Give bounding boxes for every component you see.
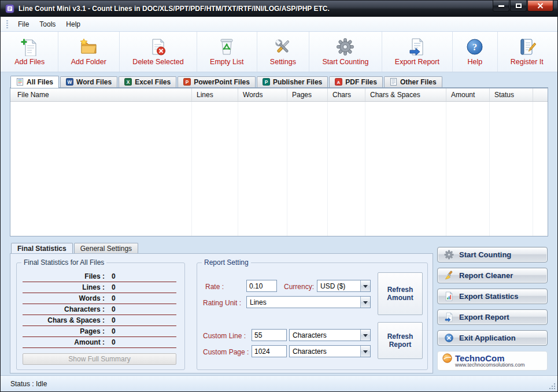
help-icon: ?: [465, 38, 484, 56]
custom-line-input[interactable]: [252, 329, 287, 341]
window-title: Line Count Mini v3.1 - Count Lines in DO…: [19, 5, 330, 13]
empty-list-button[interactable]: Empty List: [197, 32, 257, 72]
export-statistics-label: Export Statistics: [459, 292, 519, 301]
table-column-area: [192, 102, 238, 236]
tab-word-files[interactable]: W Word Files: [60, 76, 117, 87]
start-counting-icon: [336, 38, 354, 56]
add-folder-label: Add Folder: [71, 58, 106, 66]
word-file-icon: W: [66, 78, 73, 86]
pdf-file-icon: A: [335, 78, 342, 86]
side-actions: Start Counting Report Cleaner Export Sta…: [437, 247, 548, 371]
chevron-down-icon[interactable]: [360, 280, 370, 291]
statistics-rows: Files : 0 Lines : 0 Words : 0 Characters…: [23, 271, 176, 348]
custom-page-unit-select[interactable]: Characters: [289, 345, 371, 357]
delete-selected-button[interactable]: Delete Selected: [120, 32, 197, 72]
column-header-chars[interactable]: Chars: [328, 88, 365, 101]
currency-select[interactable]: USD ($): [317, 280, 371, 292]
tab-powerpoint-files[interactable]: P PowerPoint Files: [178, 76, 256, 87]
tab-all-files[interactable]: All Files: [10, 76, 59, 88]
start-counting-button[interactable]: Start Counting: [309, 32, 382, 72]
tab-publisher-files-label: Publisher Files: [273, 78, 322, 86]
stat-row-pages: Pages : 0: [23, 326, 176, 337]
register-it-button[interactable]: Register It: [498, 32, 556, 72]
refresh-report-button[interactable]: Refresh Report: [378, 322, 423, 359]
stat-row-files: Files : 0: [23, 271, 176, 282]
chevron-down-icon[interactable]: [360, 346, 370, 357]
custom-line-unit-select[interactable]: Characters: [289, 329, 371, 341]
help-button[interactable]: ? Help: [453, 32, 497, 72]
empty-list-icon: [217, 38, 236, 56]
stat-value: 0: [112, 327, 116, 335]
close-button[interactable]: [527, 1, 553, 12]
column-header-words[interactable]: Words: [238, 88, 287, 101]
tab-word-files-label: Word Files: [76, 78, 112, 86]
start-counting-side-button[interactable]: Start Counting: [437, 247, 548, 262]
settings-button[interactable]: Settings: [257, 32, 310, 72]
export-report-button[interactable]: Export Report: [382, 32, 453, 72]
column-header-file-name[interactable]: File Name: [10, 88, 192, 101]
stat-row-lines: Lines : 0: [23, 282, 176, 293]
column-header-chars-spaces[interactable]: Chars & Spaces: [365, 88, 446, 101]
delete-selected-label: Delete Selected: [132, 58, 183, 66]
export-report-side-button[interactable]: Export Report: [437, 309, 548, 325]
menubar: File Tools Help: [1, 17, 557, 32]
maximize-button[interactable]: [510, 1, 527, 12]
help-label: Help: [468, 58, 483, 66]
show-full-summary-button[interactable]: Show Full Summary: [23, 353, 176, 365]
custom-page-input[interactable]: [252, 345, 287, 357]
svg-text:A: A: [337, 80, 341, 85]
svg-text:?: ?: [472, 42, 478, 53]
app-icon: [5, 4, 14, 13]
menu-file[interactable]: File: [13, 18, 34, 31]
stat-row-characters: Characters : 0: [23, 304, 176, 315]
start-counting-label: Start Counting: [322, 58, 368, 66]
column-header-status[interactable]: Status: [490, 88, 533, 101]
report-setting-group: Report Setting Rate : Currency: USD ($) …: [197, 262, 428, 370]
report-cleaner-button[interactable]: Report Cleaner: [437, 268, 548, 283]
column-header-lines[interactable]: Lines: [192, 88, 238, 101]
titlebar[interactable]: Line Count Mini v3.1 - Count Lines in DO…: [1, 1, 557, 17]
tab-publisher-files[interactable]: P Publisher Files: [257, 76, 328, 87]
chevron-down-icon[interactable]: [360, 330, 370, 341]
export-report-label: Export Report: [395, 58, 439, 66]
stat-label: Chars & Spaces :: [23, 316, 105, 324]
empty-list-label: Empty List: [210, 58, 243, 66]
menu-tools[interactable]: Tools: [34, 18, 61, 31]
tab-general-settings[interactable]: General Settings: [74, 243, 138, 253]
add-files-button[interactable]: Add Files: [2, 32, 58, 72]
exit-application-button[interactable]: Exit Application: [437, 330, 548, 346]
column-header-pages[interactable]: Pages: [287, 88, 328, 101]
export-statistics-button[interactable]: Export Statistics: [437, 289, 548, 304]
tab-powerpoint-files-label: PowerPoint Files: [194, 78, 250, 86]
stat-row-words: Words : 0: [23, 293, 176, 304]
resize-grip[interactable]: [548, 382, 556, 390]
status-text: Status : Idle: [10, 380, 47, 388]
technocom-logo[interactable]: TechnoCom www.technocomsolutions.com: [437, 351, 548, 371]
custom-line-label: Custom Line :: [203, 332, 246, 340]
settings-icon: [274, 38, 292, 56]
statistics-icon: [444, 291, 454, 301]
files-table-body[interactable]: [10, 102, 548, 236]
tab-final-statistics[interactable]: Final Statistics: [11, 243, 73, 254]
chevron-down-icon[interactable]: [360, 297, 370, 308]
tab-excel-files[interactable]: X Excel Files: [119, 76, 176, 87]
brush-icon: [444, 271, 454, 280]
tab-pdf-files[interactable]: A PDF Files: [329, 76, 383, 87]
refresh-amount-button[interactable]: Refresh Amount: [378, 272, 423, 315]
menu-help[interactable]: Help: [61, 18, 86, 31]
menubar-grip[interactable]: [6, 20, 8, 28]
publisher-file-icon: P: [263, 78, 270, 86]
table-column-area: [10, 102, 192, 236]
column-header-filler: [533, 88, 548, 101]
stat-label: Characters :: [23, 305, 105, 313]
add-folder-button[interactable]: Add Folder: [58, 32, 120, 72]
table-column-area: [365, 102, 446, 236]
rating-unit-select[interactable]: Lines: [246, 296, 371, 308]
tab-other-files[interactable]: Other Files: [384, 76, 442, 87]
add-files-label: Add Files: [14, 58, 45, 66]
rate-input[interactable]: [246, 280, 277, 292]
svg-text:P: P: [186, 79, 189, 85]
maximize-icon: [516, 3, 522, 8]
column-header-amount[interactable]: Amount: [446, 88, 490, 101]
minimize-button[interactable]: [493, 1, 509, 12]
